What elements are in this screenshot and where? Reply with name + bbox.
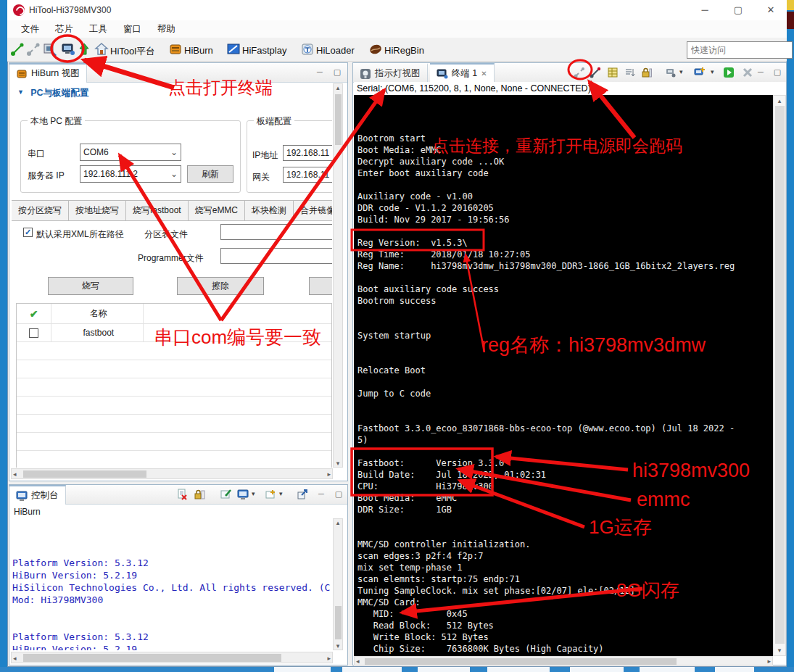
window-maximize-button[interactable]: ▢ — [722, 0, 754, 20]
hscroll-thumb[interactable] — [23, 470, 146, 478]
panel-minimize-icon[interactable]: ─ — [313, 67, 327, 76]
burn-button[interactable]: 烧写 — [48, 277, 133, 295]
tab-hiburn-view[interactable]: HiBurn 视图 — [9, 63, 87, 83]
terminal-connect-icon[interactable] — [590, 67, 601, 78]
scroll-right-icon[interactable]: ▸ — [327, 655, 331, 662]
hitool-home-icon[interactable] — [94, 42, 109, 57]
row-checkbox[interactable] — [29, 328, 38, 338]
open-console-icon[interactable] — [265, 489, 276, 500]
erase-button[interactable]: 擦除 — [177, 277, 264, 295]
tab-console[interactable]: 控制台 — [9, 485, 66, 505]
hifastplay-label[interactable]: HiFastplay — [242, 45, 286, 56]
terminal-scrolllock-icon[interactable] — [624, 67, 635, 78]
scroll-down-icon[interactable]: ▾ — [334, 642, 342, 650]
open-console-dropdown-icon[interactable]: ▾ — [279, 490, 283, 497]
new-terminal-icon[interactable] — [694, 67, 706, 78]
row-checkbox-cell[interactable] — [17, 324, 51, 341]
hiburn-icon[interactable] — [168, 42, 183, 57]
console-vscrollbar[interactable]: ▴ ▾ — [333, 518, 343, 650]
menu-item[interactable]: 帮助 — [149, 20, 183, 38]
scroll-up-icon[interactable]: ▴ — [334, 84, 342, 91]
new-terminal-dropdown-icon[interactable]: ▾ — [711, 68, 714, 75]
scroll-up-icon[interactable]: ▴ — [774, 96, 785, 104]
burn-tab[interactable]: 按地址烧写 — [69, 200, 126, 221]
xml-path-checkbox[interactable]: ✓ — [23, 228, 33, 237]
run-icon[interactable] — [723, 67, 735, 78]
upload-icon[interactable] — [77, 42, 91, 57]
hiloader-icon[interactable] — [300, 42, 315, 57]
scroll-down-icon[interactable]: ▾ — [334, 460, 342, 467]
scroll-left-icon[interactable]: ◂ — [13, 655, 17, 662]
disconnect-icon[interactable] — [26, 42, 41, 57]
hitool-platform-label[interactable]: HiTool平台 — [110, 45, 155, 58]
settings-dropdown-icon[interactable]: ▾ — [679, 68, 683, 75]
panel-maximize-icon[interactable]: ▢ — [330, 67, 344, 77]
scroll-lock-icon[interactable] — [194, 489, 205, 500]
burn-tab[interactable]: 烧写fastboot — [126, 200, 189, 221]
console-hscrollbar[interactable]: ◂ ▸ — [11, 652, 333, 663]
check-all-icon[interactable]: ✔ — [17, 304, 51, 323]
detach-console-icon[interactable] — [297, 489, 308, 500]
scroll-up-icon[interactable]: ▴ — [334, 519, 342, 526]
menu-item[interactable]: 工具 — [81, 20, 115, 38]
menu-item[interactable]: 芯片 — [47, 20, 81, 38]
hscroll-thumb[interactable] — [23, 654, 281, 662]
menu-item[interactable]: 窗口 — [115, 20, 149, 38]
menu-item[interactable]: 文件 — [13, 20, 47, 38]
burn-tab[interactable]: 合并镜像 — [294, 200, 332, 221]
hiloader-label[interactable]: HiLoader — [316, 45, 355, 56]
terminal-maximize-icon[interactable]: ▢ — [770, 67, 785, 77]
terminal-settings-icon[interactable] — [665, 67, 677, 78]
terminal-tab-close-icon[interactable]: ✕ — [481, 70, 487, 78]
serial-port-select[interactable]: COM6 ⌄ — [80, 144, 181, 161]
gateway-field[interactable]: 192.168.11 — [283, 167, 332, 183]
hiburn-view-vscrollbar[interactable]: ▴ ▾ — [333, 83, 343, 468]
pin-console-icon[interactable] — [220, 489, 231, 500]
terminal-screen[interactable]: Bootrom startBoot Media: eMMCDecrypt aux… — [354, 95, 773, 656]
name-column-header[interactable]: 名称 — [54, 304, 144, 323]
display-console-icon[interactable] — [237, 489, 249, 500]
burn-tab[interactable]: 坏块检测 — [245, 200, 294, 221]
scroll-right-icon[interactable]: ▸ — [327, 470, 331, 478]
refresh-button[interactable]: 刷新 — [187, 165, 233, 183]
terminal-vscrollbar[interactable]: ▴ ▾ — [773, 95, 786, 656]
upload-button[interactable]: 上传 — [309, 277, 332, 295]
board-config-icon[interactable] — [42, 42, 57, 57]
connect-icon[interactable] — [10, 42, 25, 57]
console-output[interactable]: Platform Version: 5.3.12HiBurn Version: … — [12, 520, 331, 650]
vscroll-thumb[interactable] — [775, 106, 785, 644]
terminal-lock-icon[interactable] — [640, 67, 652, 78]
scroll-down-icon[interactable]: ▾ — [774, 647, 785, 654]
server-ip-select[interactable]: 192.168.111.2 ⌄ — [80, 165, 181, 183]
console-maximize-icon[interactable]: ▢ — [331, 489, 346, 499]
vscroll-thumb[interactable] — [335, 606, 342, 639]
pc-board-config-section[interactable]: ▼ PC与板端配置 — [17, 87, 88, 99]
hiregbin-icon[interactable] — [368, 42, 383, 57]
hiburn-view-hscrollbar[interactable]: ◂ ▸ — [11, 468, 333, 479]
tab-indicator-view[interactable]: 指示灯视图 — [353, 63, 428, 83]
burn-tab[interactable]: 按分区烧写 — [12, 200, 69, 221]
tab-terminal-1[interactable]: 终端 1 ✕ — [430, 63, 495, 83]
terminate-icon[interactable] — [742, 67, 753, 78]
hscroll-thumb[interactable] — [365, 658, 677, 665]
scroll-left-icon[interactable]: ◂ — [13, 470, 17, 478]
console-minimize-icon[interactable]: ─ — [314, 489, 328, 498]
vscroll-thumb[interactable] — [335, 94, 342, 145]
titlebar[interactable]: HiTool-Hi3798MV300 ─ ▢ ✕ — [7, 0, 787, 21]
terminal-properties-icon[interactable] — [607, 67, 619, 78]
board-ip-field[interactable]: 192.168.11 — [283, 145, 332, 161]
clear-console-icon[interactable] — [176, 489, 188, 500]
programmer-file-input[interactable] — [220, 248, 332, 264]
hiregbin-label[interactable]: HiRegBin — [384, 45, 424, 56]
scroll-right-icon[interactable]: ▸ — [767, 658, 771, 665]
burn-tab[interactable]: 烧写eMMC — [189, 200, 245, 221]
collapse-triangle-icon[interactable]: ▼ — [17, 88, 24, 96]
terminal-disconnect-icon[interactable] — [574, 67, 585, 78]
partition-table-input[interactable] — [220, 224, 332, 240]
display-console-dropdown-icon[interactable]: ▾ — [252, 490, 255, 497]
terminal-hscrollbar[interactable]: ◂ ▸ — [354, 656, 773, 665]
open-terminal-icon[interactable] — [61, 42, 75, 57]
hiburn-label[interactable]: HiBurn — [184, 45, 213, 56]
scroll-left-icon[interactable]: ◂ — [356, 658, 360, 665]
terminal-minimize-icon[interactable]: ─ — [753, 67, 768, 76]
